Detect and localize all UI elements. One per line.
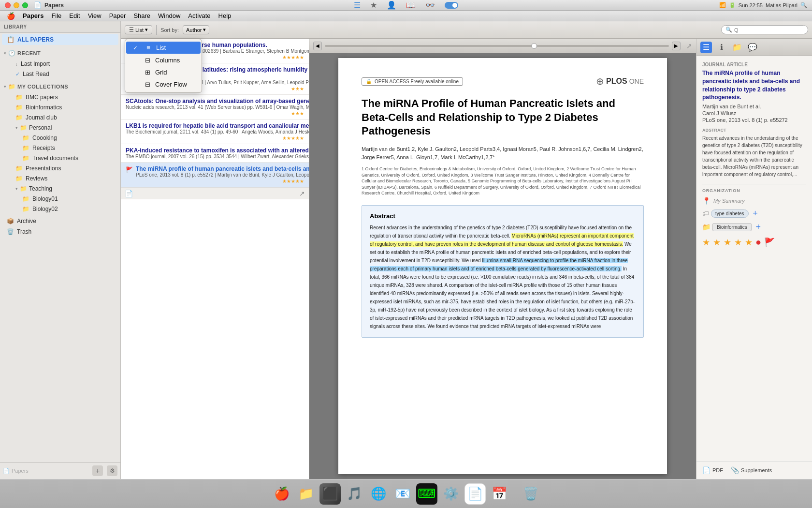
folder-icon-bio: 📁 — [15, 104, 23, 111]
rp-org-label: ORGANIZATION — [702, 188, 806, 193]
paper-item-4[interactable]: LKB1 is required for hepatic bile acid t… — [121, 120, 309, 144]
rp-rating-row: ★ ★ ★ ★ ★ ● 🚩 — [702, 237, 806, 248]
paper-item-3[interactable]: SCAtools: One-stop analysis and visualiz… — [121, 95, 309, 120]
dropdown-item-coverflow[interactable]: ⊟ Cover Flow — [125, 78, 202, 90]
sidebar-item-biology02[interactable]: 📁 Biology02 — [2, 204, 118, 214]
sidebar-item-travel[interactable]: 📁 Travel documents — [2, 153, 118, 163]
dock-papers[interactable]: 📄 — [464, 483, 486, 505]
grid-icon-dropdown: ⊞ — [144, 69, 151, 76]
supplements-label: Supplements — [741, 467, 772, 473]
rp-list-icon[interactable]: ☰ — [700, 42, 712, 53]
rp-chat-icon[interactable]: 💬 — [747, 42, 758, 53]
paper-item-5[interactable]: PKA-induced resistance to tamoxifen is a… — [121, 144, 309, 163]
rp-collection-add-btn[interactable]: + — [754, 222, 763, 232]
rp-my-summary-row[interactable]: 📍 My Summary — [702, 197, 806, 205]
dropdown-item-list[interactable]: ✓ ≡ List — [126, 42, 201, 54]
dropdown-item-grid[interactable]: ⊞ Grid — [125, 66, 202, 78]
pdf-slider[interactable] — [325, 45, 669, 47]
sidebar-item-teaching[interactable]: ▾ 📁 Teaching — [2, 184, 118, 194]
list-view-icon[interactable]: ☰ — [354, 0, 361, 10]
dropdown-item-columns[interactable]: ⊟ Columns — [125, 54, 202, 66]
menu-papers[interactable]: Papers — [20, 12, 46, 19]
menu-share[interactable]: Share — [130, 12, 153, 19]
settings-button[interactable]: ⚙ — [107, 465, 117, 476]
star-view-icon[interactable]: ★ — [370, 0, 377, 10]
sidebar-item-cooking[interactable]: 📁 Coooking — [2, 133, 118, 143]
sidebar-item-last-import[interactable]: ↓ Last Import — [2, 59, 118, 69]
menu-edit[interactable]: Edit — [66, 12, 83, 19]
menu-apple[interactable]: 🍎 — [4, 12, 18, 20]
dock-trash[interactable]: 🗑️ — [520, 483, 541, 505]
pdf-page: 🔓 OPEN ACCESS Freely available online ⊕ … — [338, 58, 667, 474]
sidebar-item-journal-club[interactable]: 📁 Journal club — [2, 113, 118, 122]
red-dot-icon[interactable]: ● — [755, 237, 761, 248]
search-mac-icon[interactable]: 🔍 — [800, 2, 807, 8]
dock-launchpad[interactable]: ⬛ — [319, 483, 341, 505]
dock-calendar[interactable]: 📅 — [489, 483, 510, 505]
sidebar-item-presentations[interactable]: 📁 Presentations — [2, 164, 118, 173]
view-dropdown-btn[interactable]: ☰ List ▾ — [125, 25, 152, 34]
rp-divider — [702, 184, 806, 184]
sidebar-item-all-papers[interactable]: 📋 ALL PAPERS — [2, 34, 118, 45]
rp-tag-add-btn[interactable]: + — [751, 209, 760, 218]
dock-settings[interactable]: ⚙️ — [440, 483, 462, 505]
person-view-icon[interactable]: 👤 — [387, 0, 396, 10]
rp-folder-icon[interactable]: 📁 — [731, 42, 743, 53]
arrow-icon: ↓ — [15, 61, 18, 67]
pdf-page-next[interactable]: ▶ — [672, 42, 681, 50]
dock-finder2[interactable]: 📁 — [295, 483, 317, 505]
minimize-button[interactable] — [14, 2, 19, 8]
sidebar-item-reviews[interactable]: 📁 Reviews — [2, 174, 118, 183]
search-input[interactable] — [734, 27, 802, 33]
book-view-icon[interactable]: 📖 — [406, 0, 416, 10]
rp-collection-item[interactable]: Bioinformatics — [712, 223, 752, 231]
pdf-viewer: ◀ ▶ ↗ 🔓 OPEN ACCESS Freely avail — [309, 39, 696, 479]
star-r1[interactable]: ★ — [702, 237, 710, 248]
folder-icon-personal: 📁 — [20, 124, 27, 131]
rp-tag-type[interactable]: type diabetes — [711, 209, 749, 218]
menu-paper[interactable]: Paper — [106, 12, 129, 19]
star-r5[interactable]: ★ — [745, 237, 753, 248]
sidebar-item-biology01[interactable]: 📁 Biology01 — [2, 194, 118, 204]
content-toolbar: ☰ List ▾ Sort by: Author ▾ 🔍 ✓ ≡ List — [121, 21, 812, 39]
dock-finder[interactable]: 🍎 — [271, 483, 292, 505]
sidebar-item-trash[interactable]: 🗑️ Trash — [2, 227, 118, 237]
dock-chrome[interactable]: 🌐 — [368, 483, 389, 505]
rp-info-icon[interactable]: ℹ — [716, 42, 727, 53]
pdf-page-prev[interactable]: ◀ — [313, 42, 322, 50]
sidebar-header: LIBRARY — [0, 21, 120, 33]
sidebar-footer: 📄Papers + ⚙ — [0, 462, 120, 479]
rp-supplements-btn[interactable]: 📎 Supplements — [731, 466, 772, 474]
sidebar-item-last-read[interactable]: ✓ Last Read — [2, 69, 118, 79]
sidebar-item-receipts[interactable]: 📁 Receipts — [2, 143, 118, 153]
share-btn[interactable]: ↗ — [299, 190, 305, 197]
sidebar-item-archive[interactable]: 📦 Archive — [2, 216, 118, 226]
menu-file[interactable]: File — [48, 12, 64, 19]
maximize-button[interactable] — [22, 2, 28, 8]
menu-activate[interactable]: Activate — [185, 12, 213, 19]
star-r3[interactable]: ★ — [724, 237, 731, 248]
dock-terminal[interactable]: ⌨ — [416, 483, 437, 505]
sidebar-item-bmc[interactable]: 📁 BMC papers — [2, 92, 118, 102]
glasses-view-icon[interactable]: 👓 — [425, 0, 435, 10]
add-button[interactable]: + — [92, 465, 103, 476]
search-box[interactable]: 🔍 — [721, 25, 808, 34]
blue-flag-icon[interactable]: 🚩 — [764, 237, 775, 248]
rp-co-author: Carol J Wilusz — [702, 110, 806, 116]
menu-window[interactable]: Window — [155, 12, 183, 19]
toggle-switch[interactable] — [445, 2, 458, 9]
rp-pdf-btn[interactable]: 📄 PDF — [702, 466, 723, 474]
stars-2: ★★★ — [291, 86, 304, 91]
dock-mail[interactable]: 📧 — [392, 483, 413, 505]
star-r4[interactable]: ★ — [734, 237, 742, 248]
menu-help[interactable]: Help — [216, 12, 234, 19]
star-r2[interactable]: ★ — [713, 237, 721, 248]
close-button[interactable] — [5, 2, 11, 8]
dock-itunes[interactable]: 🎵 — [344, 483, 365, 505]
pdf-share-btn[interactable]: ↗ — [686, 42, 692, 50]
sidebar-item-bioinformatics[interactable]: 📁 Bioinformatics — [2, 103, 118, 112]
sidebar-item-personal[interactable]: ▾ 📁 Personal — [2, 123, 118, 133]
sort-select[interactable]: Author ▾ — [183, 25, 209, 34]
menu-view[interactable]: View — [85, 12, 104, 19]
paper-item-6[interactable]: 🚩 The miRNA profile of human pancreatic … — [121, 163, 309, 187]
